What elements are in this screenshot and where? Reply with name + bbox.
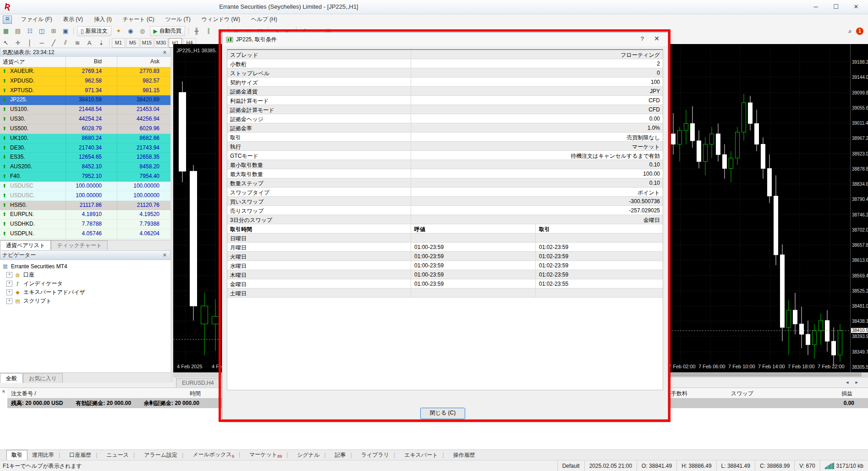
navigator-close-icon[interactable]: ✕ bbox=[161, 252, 168, 258]
market-watch-row[interactable]: ⬆EURPLN.4.189104.19520 bbox=[0, 210, 170, 220]
community-icon[interactable]: ◍ bbox=[137, 26, 148, 36]
navigator-tab-1[interactable]: お気に入り bbox=[23, 373, 63, 383]
left-chart[interactable] bbox=[173, 44, 222, 372]
market-watch-row[interactable]: ⬆US500.6028.796029.96 bbox=[0, 124, 170, 134]
timeframe-button-m1[interactable]: M1 bbox=[112, 38, 125, 48]
market-watch-row[interactable]: ⬆USDUSC.100.00000100.00000 bbox=[0, 191, 170, 201]
chart-tab-scroll-arrows[interactable]: ◂ ▸ bbox=[846, 379, 861, 385]
news-icon[interactable]: ◉ bbox=[125, 26, 136, 36]
market-watch-row[interactable]: ⬆UK100.8680.248682.66 bbox=[0, 134, 170, 144]
arrows-icon[interactable]: ⇣ bbox=[96, 38, 107, 48]
terminal-tab-6[interactable]: マーケット89| bbox=[245, 450, 292, 460]
text-icon[interactable]: A bbox=[84, 38, 95, 48]
navigator-item-0[interactable]: +◍口座 bbox=[2, 271, 170, 279]
column-swap[interactable]: スワップ bbox=[731, 390, 753, 398]
terminal-tab-3[interactable]: ニュース| bbox=[102, 450, 139, 460]
terminal-tab-7[interactable]: シグナル| bbox=[292, 450, 330, 460]
notification-badge[interactable]: 1 bbox=[856, 28, 863, 35]
timeframe-button-m15[interactable]: M15 bbox=[140, 38, 154, 48]
market-watch-row[interactable]: ⬆USDPLN.4.057464.06204 bbox=[0, 229, 170, 239]
navigator-item-1[interactable]: +ƒインディケータ bbox=[2, 279, 170, 288]
menu-item-1[interactable]: 表示 (V) bbox=[58, 14, 88, 25]
alerts-icon[interactable]: ✦ bbox=[113, 26, 124, 36]
column-commission[interactable]: 手数料 bbox=[671, 390, 687, 398]
right-chart[interactable] bbox=[669, 44, 850, 372]
minimize-button[interactable]: ─ bbox=[806, 0, 826, 13]
navigator-item-3[interactable]: +▤スクリプト bbox=[2, 297, 170, 305]
data-window-icon[interactable]: ◫ bbox=[36, 26, 47, 36]
terminal-tab-2[interactable]: 口座履歴| bbox=[65, 450, 102, 460]
navigator-root[interactable]: ▥Errante Securities MT4 bbox=[2, 262, 170, 271]
terminal-tab-11[interactable]: 操作履歴 bbox=[449, 450, 480, 460]
market-watch-row[interactable]: ⬆ES35.12654.6512658.35 bbox=[0, 153, 170, 162]
panel-splitter[interactable] bbox=[170, 48, 173, 382]
navigator-tab-0[interactable]: 全般 bbox=[0, 373, 23, 383]
market-watch-row[interactable]: ⬆US100.21448.5421453.04 bbox=[0, 105, 170, 115]
expand-icon[interactable]: + bbox=[6, 298, 12, 304]
vertical-line-icon[interactable]: │ bbox=[24, 38, 35, 48]
bar-chart-icon[interactable]: ╫ bbox=[191, 26, 202, 36]
market-watch-row[interactable]: ⬆US30.44254.2444256.94 bbox=[0, 115, 170, 124]
market-watch-icon[interactable]: ☷ bbox=[24, 26, 35, 36]
search-icon[interactable]: ⌕ bbox=[845, 26, 856, 36]
menu-item-6[interactable]: ヘルプ (H) bbox=[246, 14, 283, 25]
market-watch-row[interactable]: ⬆USDUSC100.00000100.00000 bbox=[0, 182, 170, 191]
crosshair-icon[interactable]: ✛ bbox=[12, 38, 23, 48]
new-chart-icon[interactable]: ▦ bbox=[0, 26, 11, 36]
navigator-item-2[interactable]: +◆エキスパートアドバイザ bbox=[2, 288, 170, 297]
terminal-tab-8[interactable]: 記事| bbox=[330, 450, 357, 460]
terminal-tab-5[interactable]: メールボックス9| bbox=[188, 450, 245, 460]
market-watch-row[interactable]: ⬆F40.7952.107954.40 bbox=[0, 172, 170, 182]
channel-icon[interactable]: ⫽ bbox=[60, 38, 71, 48]
market-watch-row[interactable]: ⬆DE30.21740.3421743.94 bbox=[0, 144, 170, 153]
menu-item-3[interactable]: チャート (C) bbox=[117, 14, 160, 25]
menu-item-0[interactable]: ファイル (F) bbox=[16, 14, 58, 25]
menu-item-5[interactable]: ウィンドウ (W) bbox=[196, 14, 246, 25]
trendline-icon[interactable]: ╱ bbox=[48, 38, 59, 48]
terminal-tab-10[interactable]: エキスパート| bbox=[400, 450, 449, 460]
market-watch-row[interactable]: ⬆XAUEUR.2769.142770.83 bbox=[0, 67, 170, 77]
column-ask[interactable]: Ask bbox=[150, 58, 159, 65]
market-watch-tab-1[interactable]: ティックチャート bbox=[51, 240, 108, 250]
navigator-icon[interactable]: ⊞ bbox=[48, 26, 59, 36]
dialog-title-bar[interactable]: JP225, 取引条件 ? ✕ bbox=[222, 33, 668, 46]
market-watch-row[interactable]: ⬆USDHKD.7.787887.79388 bbox=[0, 220, 170, 229]
dialog-close-button[interactable]: 閉じる (C) bbox=[420, 408, 465, 419]
column-time[interactable]: 時間 bbox=[190, 390, 201, 398]
column-profit[interactable]: 損益 bbox=[841, 390, 852, 398]
chart-tab-eurusd[interactable]: EURUSD,H4 bbox=[176, 378, 220, 388]
terminal-tab-1[interactable]: 運用比率| bbox=[27, 450, 65, 460]
market-watch-row[interactable]: ⬆XPDUSD.962.58982.57 bbox=[0, 77, 170, 86]
timeframe-button-m5[interactable]: M5 bbox=[126, 38, 139, 48]
market-watch-tab-0[interactable]: 通貨ペアリスト bbox=[0, 240, 51, 250]
terminal-tab-4[interactable]: アラーム設定| bbox=[139, 450, 188, 460]
terminal-close-icon[interactable]: ✕ bbox=[1, 389, 6, 394]
close-button[interactable]: ✕ bbox=[846, 0, 866, 13]
profiles-icon[interactable]: ▤ bbox=[12, 26, 23, 36]
cursor-icon[interactable]: ↖ bbox=[0, 38, 11, 48]
terminal-tab-0[interactable]: 取引 bbox=[6, 450, 27, 460]
market-watch-row[interactable]: ⬆JP225.38410.5938420.69 bbox=[0, 95, 170, 105]
menu-item-4[interactable]: ツール (T) bbox=[160, 14, 196, 25]
column-order[interactable]: 注文番号 / bbox=[11, 390, 36, 398]
column-symbol[interactable]: 通貨ペア bbox=[3, 58, 25, 66]
expand-icon[interactable]: + bbox=[6, 272, 12, 278]
timeframe-button-m30[interactable]: M30 bbox=[154, 38, 168, 48]
market-watch-row[interactable]: ⬆HSI50.21117.8621120.76 bbox=[0, 201, 170, 211]
candlestick-icon[interactable]: ⫿ bbox=[203, 26, 214, 36]
expand-icon[interactable]: + bbox=[6, 289, 12, 295]
terminal-icon[interactable]: ▣ bbox=[60, 26, 71, 36]
auto-trading-button[interactable]: ▶自動売買 bbox=[150, 26, 185, 36]
menu-item-2[interactable]: 挿入 (I) bbox=[88, 14, 117, 25]
terminal-tab-9[interactable]: ライブラリ| bbox=[357, 450, 400, 460]
chart-scrollbar-thumb[interactable] bbox=[637, 373, 862, 377]
dialog-close-icon[interactable]: ✕ bbox=[654, 35, 659, 42]
dialog-help-button[interactable]: ? bbox=[641, 35, 644, 42]
market-watch-row[interactable]: ⬆XPTUSD.971.34981.15 bbox=[0, 86, 170, 96]
fibonacci-icon[interactable]: ≋ bbox=[72, 38, 83, 48]
column-bid[interactable]: Bid bbox=[94, 58, 102, 65]
maximize-button[interactable]: ☐ bbox=[826, 0, 846, 13]
horizontal-line-icon[interactable]: ─ bbox=[36, 38, 47, 48]
market-watch-row[interactable]: ⬆AUS200.8452.108458.20 bbox=[0, 162, 170, 172]
new-order-button[interactable]: ▯新規注文 bbox=[77, 26, 111, 36]
